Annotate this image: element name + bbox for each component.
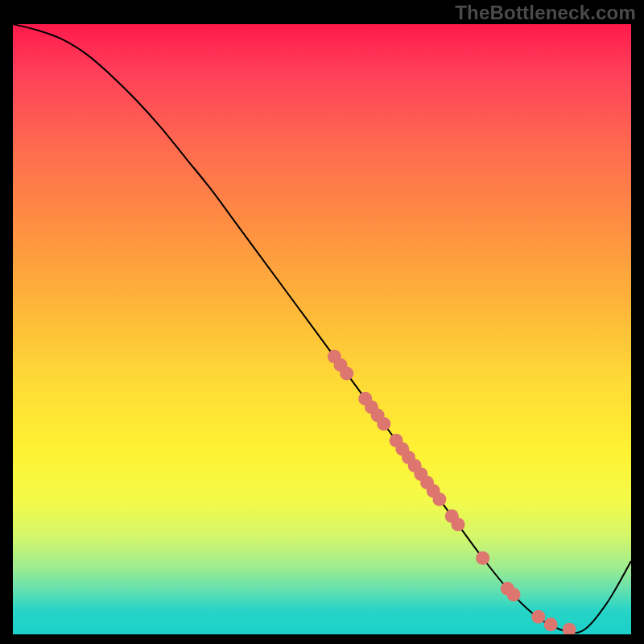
data-point — [340, 366, 353, 380]
curve-svg — [13, 24, 631, 634]
data-point — [377, 417, 390, 431]
bottleneck-curve — [13, 24, 631, 633]
data-point — [451, 518, 464, 531]
data-point — [544, 617, 558, 631]
highlighted-points — [328, 350, 576, 634]
data-point — [531, 610, 545, 624]
chart-frame: TheBottleneck.com — [0, 0, 644, 644]
watermark-text: TheBottleneck.com — [455, 2, 636, 24]
plot-area — [13, 24, 631, 634]
data-point — [563, 623, 576, 634]
data-point — [432, 493, 446, 506]
data-point — [507, 588, 521, 601]
data-point — [476, 551, 489, 565]
